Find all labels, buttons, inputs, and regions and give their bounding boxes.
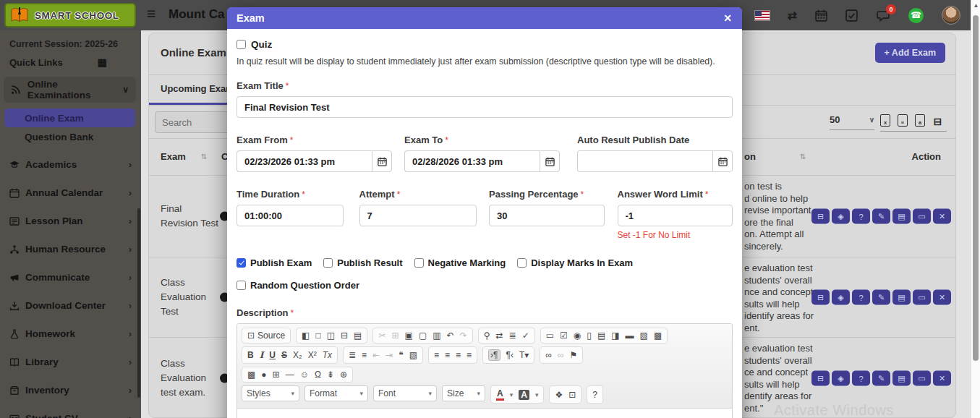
- link-icon[interactable]: ∞: [545, 350, 552, 360]
- sidebar-scrollbar[interactable]: [137, 208, 140, 398]
- language-icon[interactable]: T▾: [519, 350, 529, 360]
- card-button[interactable]: ▭: [913, 371, 931, 386]
- delete-button[interactable]: ✕: [933, 209, 951, 224]
- image-button-icon[interactable]: ▨: [640, 330, 648, 341]
- paste-icon[interactable]: ▣: [405, 330, 413, 341]
- preview-icon[interactable]: ◫: [327, 330, 335, 341]
- sidebar-item-student-cv[interactable]: Student CV›: [0, 404, 141, 418]
- option-random-question-order[interactable]: Random Question Order: [237, 280, 359, 291]
- iframe-icon[interactable]: ⊕: [340, 370, 347, 380]
- unlink-icon[interactable]: ∞: [558, 350, 564, 360]
- menu-toggle-icon[interactable]: ≡: [147, 5, 155, 22]
- file-button[interactable]: ▤: [892, 371, 911, 386]
- session-switch-icon[interactable]: ⇄: [788, 9, 797, 22]
- smiley-icon[interactable]: ☺: [300, 370, 309, 380]
- sidebar-item-question-bank[interactable]: Question Bank: [25, 132, 93, 142]
- quiz-checkbox[interactable]: [237, 40, 246, 49]
- sidebar-item-human-resource[interactable]: Human Resource›: [0, 235, 141, 263]
- superscript-icon[interactable]: X²: [308, 350, 317, 360]
- option-display-marks-in-exam[interactable]: Display Marks In Exam: [517, 257, 633, 268]
- size-dropdown[interactable]: Size▾: [442, 385, 485, 401]
- special-char-icon[interactable]: Ω: [315, 370, 321, 380]
- page-size-select[interactable]: 50 ∨: [830, 114, 874, 130]
- sidebar-item-lesson-plan[interactable]: Lesson Plan›: [0, 207, 141, 235]
- templates-icon[interactable]: ▤: [354, 330, 362, 341]
- task-check-icon[interactable]: [845, 9, 858, 22]
- unchecked-checkbox[interactable]: [517, 258, 527, 268]
- delete-button[interactable]: ✕: [933, 371, 951, 386]
- copy-icon[interactable]: ⊞: [392, 330, 399, 341]
- select-all-icon[interactable]: ≣: [509, 330, 516, 341]
- print-button[interactable]: ⊟: [811, 290, 830, 305]
- sidebar-item-library[interactable]: Library›: [0, 348, 141, 376]
- sidebar-item-online-examinations[interactable]: Online Examinations ∨: [4, 77, 136, 103]
- strike-icon[interactable]: S: [281, 350, 287, 360]
- exam-from-input[interactable]: [237, 150, 372, 172]
- button-icon[interactable]: ▬: [626, 330, 634, 341]
- tag-button[interactable]: ◈: [832, 371, 850, 386]
- rtl-icon[interactable]: ¶‹: [506, 350, 514, 360]
- option-publish-result[interactable]: Publish Result: [323, 257, 402, 268]
- sidebar-item-annual-calendar[interactable]: Annual Calendar›: [0, 179, 141, 207]
- column-header-exam[interactable]: Exam: [161, 151, 186, 162]
- page-break-icon[interactable]: ⇟: [327, 370, 334, 380]
- save-icon[interactable]: ◧: [302, 330, 310, 341]
- text-color-icon[interactable]: A: [496, 388, 504, 401]
- question-button[interactable]: ?: [852, 290, 870, 305]
- form-icon[interactable]: ▭: [546, 330, 554, 341]
- calendar-icon[interactable]: [815, 9, 827, 22]
- unchecked-checkbox[interactable]: [323, 258, 333, 268]
- underline-icon[interactable]: U: [269, 350, 276, 360]
- numbered-list-icon[interactable]: ≣: [349, 350, 356, 360]
- find-icon[interactable]: ⚲: [484, 330, 490, 341]
- auto-result-publish-input[interactable]: [577, 150, 712, 172]
- remove-format-icon[interactable]: Tx: [323, 350, 332, 360]
- brand-logo[interactable]: SMART SCHOOL: [4, 3, 136, 27]
- question-button[interactable]: ?: [852, 371, 870, 386]
- outdent-icon[interactable]: ⇤: [372, 350, 380, 360]
- sort-icon[interactable]: ⇅: [201, 153, 207, 161]
- replace-icon[interactable]: ⇄: [496, 330, 503, 341]
- sidebar-item-academics[interactable]: Academics›: [0, 150, 141, 179]
- new-page-icon[interactable]: □: [315, 330, 320, 341]
- editor-content[interactable]: This revision test is conducted online t…: [237, 409, 732, 418]
- edit-button[interactable]: ✎: [872, 371, 890, 386]
- undo-icon[interactable]: ↶: [447, 330, 454, 341]
- flash-icon[interactable]: ●: [261, 370, 266, 380]
- bold-icon[interactable]: B: [247, 350, 254, 360]
- paste-word-icon[interactable]: ▥: [433, 330, 440, 341]
- maximize-icon[interactable]: ❖: [555, 390, 563, 400]
- export-excel-icon[interactable]: x: [880, 114, 890, 127]
- avatar[interactable]: [942, 6, 960, 25]
- sidebar-item-inventory[interactable]: Inventory›: [0, 376, 141, 404]
- print-button[interactable]: ⊟: [811, 209, 830, 224]
- edit-button[interactable]: ✎: [872, 209, 890, 224]
- align-right-icon[interactable]: ≡: [456, 350, 461, 360]
- horizontal-rule-icon[interactable]: ―: [286, 370, 294, 380]
- hidden-field-icon[interactable]: ▩: [654, 330, 662, 341]
- sidebar-item-homework[interactable]: Homework›: [0, 320, 141, 348]
- indent-icon[interactable]: ⇥: [385, 350, 393, 360]
- paste-text-icon[interactable]: ▢: [419, 330, 427, 341]
- textarea-icon[interactable]: ▤: [597, 330, 605, 341]
- bulleted-list-icon[interactable]: ≡: [362, 350, 367, 360]
- sidebar-item-download-center[interactable]: Download Center›: [0, 291, 141, 320]
- source-icon[interactable]: ⊡Source: [247, 330, 285, 341]
- question-button[interactable]: ?: [852, 209, 870, 224]
- about-icon[interactable]: ?: [592, 390, 597, 400]
- close-icon[interactable]: ✕: [723, 12, 732, 24]
- align-left-icon[interactable]: ≡: [434, 350, 439, 360]
- tag-button[interactable]: ◈: [832, 290, 850, 305]
- sidebar-item-online-exam[interactable]: Online Exam: [4, 108, 135, 127]
- quick-links[interactable]: Quick Links ▦: [9, 56, 107, 68]
- spellcheck-icon[interactable]: ✓: [522, 330, 529, 341]
- export-print-icon[interactable]: ⊟: [932, 116, 943, 127]
- time-duration-input[interactable]: [237, 205, 344, 226]
- attempt-input[interactable]: [359, 205, 477, 226]
- unchecked-checkbox[interactable]: [237, 281, 246, 290]
- sidebar-item-communicate[interactable]: Communicate›: [0, 263, 141, 291]
- exam-title-input[interactable]: [237, 96, 733, 118]
- export-csv-icon[interactable]: ≡: [898, 114, 908, 127]
- tag-button[interactable]: ◈: [832, 209, 850, 224]
- italic-icon[interactable]: I: [260, 350, 264, 360]
